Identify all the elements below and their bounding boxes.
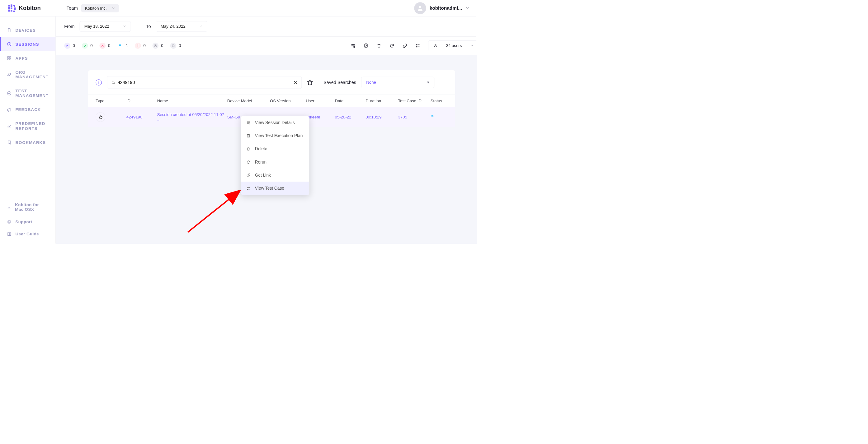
plan-tool-icon[interactable] [363,43,369,48]
users-filter[interactable]: 34 users [428,40,476,51]
svg-point-8 [10,73,10,74]
sidebar-bottom-guide[interactable]: User Guide [0,228,55,240]
stat-passed[interactable]: 0 [82,43,93,49]
user-name: kobitonadmi... [430,5,462,11]
flag-icon [117,43,123,49]
logo-icon [8,4,16,12]
sidebar-item-sessions[interactable]: SESSIONS [0,37,55,51]
to-date-select[interactable]: May 24, 2022 [156,21,207,32]
users-icon [7,72,11,77]
from-date-select[interactable]: May 18, 2022 [80,21,131,32]
grid-icon [7,56,11,60]
team-selected: Kobiton Inc. [85,6,107,10]
cell-duration: 00:10:29 [366,115,398,119]
to-label: To [146,24,151,29]
svg-marker-29 [307,79,312,84]
check-circle-icon [7,91,11,96]
team-label: Team [67,6,78,11]
stat-running[interactable]: 0 [64,43,75,49]
cm-view-testcase[interactable]: View Test Case [241,181,309,195]
sidebar-item-feedback[interactable]: FEEDBACK [0,103,55,116]
svg-rect-16 [172,45,174,47]
stat-error[interactable]: !0 [135,43,146,49]
link-tool-icon[interactable] [402,43,408,48]
saved-searches-label: Saved Searches [323,80,356,85]
delete-tool-icon[interactable] [376,43,382,48]
cm-label: Delete [255,146,268,151]
svg-point-33 [249,123,250,124]
svg-rect-4 [10,57,11,58]
sidebar-item-test[interactable]: TEST MANAGEMENT [0,84,55,103]
clock-icon [7,42,11,46]
svg-line-28 [114,83,115,84]
col-testcase: Test Case ID [398,99,431,103]
sidebar-item-label: ORG MANAGEMENT [15,70,49,79]
sidebar-item-apps[interactable]: APPS [0,51,55,65]
user-menu[interactable]: kobitonadmi... [414,2,469,14]
col-name: Name [157,99,227,103]
user-icon [433,43,437,47]
chevron-down-icon [199,24,203,29]
cm-getlink[interactable]: Get Link [241,169,309,181]
stop-icon [170,43,177,49]
cm-view-session[interactable]: View Session Details [241,116,309,129]
col-user: User [306,99,335,103]
sidebar-item-bookmarks[interactable]: BOOKMARKS [0,136,55,149]
stat-failed[interactable]: 0 [100,43,111,49]
svg-line-40 [188,191,240,232]
clock-icon [153,43,159,49]
sidebar-item-label: DEVICES [15,28,36,32]
team-select[interactable]: Kobiton Inc. [81,4,119,12]
chart-icon [7,124,11,128]
sidebar-bottom-label: Kobiton for Mac OSX [15,202,49,212]
info-icon[interactable]: i [96,79,102,86]
device-icon [7,28,11,32]
details-tool-icon[interactable] [350,43,356,48]
svg-rect-22 [416,44,417,45]
check-icon [82,43,88,49]
sidebar-item-devices[interactable]: DEVICES [0,23,55,37]
brand-logo[interactable]: Kobiton [8,4,40,12]
sidebar-item-reports[interactable]: PREDEFINED REPORTS [0,116,55,135]
search-input[interactable] [115,80,293,85]
sidebar-bottom-mac[interactable]: Kobiton for Mac OSX [0,199,55,216]
cm-view-plan[interactable]: View Test Execution Plan [241,129,309,142]
cm-label: View Test Execution Plan [255,133,303,138]
book-icon [7,232,11,236]
sidebar-item-label: PREDEFINED REPORTS [15,121,49,131]
x-icon [100,43,106,49]
cm-label: View Test Case [255,186,284,191]
chevron-down-icon [465,6,469,10]
sidebar-item-label: TEST MANAGEMENT [15,89,49,98]
cm-rerun[interactable]: Rerun [241,156,309,169]
testcase-icon [246,186,251,191]
cell-testcase[interactable]: 3705 [398,115,407,119]
sidebar-bottom-support[interactable]: ? Support [0,216,55,228]
brand-name: Kobiton [19,5,40,11]
svg-rect-21 [365,44,367,47]
stat-timeout[interactable]: 0 [153,43,163,49]
to-date-value: May 24, 2022 [161,24,186,29]
stat-flagged[interactable]: 1 [117,43,128,49]
cell-status-flag-icon [431,114,448,119]
sidebar: DEVICES SESSIONS APPS ORG MANAGEMENT TES… [0,16,56,244]
rerun-tool-icon[interactable] [389,43,395,48]
cell-id[interactable]: 4249190 [126,115,142,119]
testcase-tool-icon[interactable] [415,43,421,48]
chevron-down-icon [123,24,126,29]
star-icon[interactable] [307,79,313,86]
sidebar-item-org[interactable]: ORG MANAGEMENT [0,65,55,84]
alert-icon: ! [135,43,141,49]
svg-rect-37 [247,189,248,190]
trash-icon [246,146,251,151]
stat-terminated[interactable]: 0 [170,43,181,49]
svg-rect-34 [247,134,250,137]
clear-search-icon[interactable]: ✕ [293,79,298,85]
saved-searches-select[interactable]: None ▾ [361,77,434,88]
details-icon [246,120,251,125]
svg-point-26 [435,44,436,46]
col-duration: Duration [366,99,398,103]
saved-searches-value: None [366,80,376,84]
cm-delete[interactable]: Delete [241,142,309,156]
from-date-value: May 18, 2022 [84,24,109,29]
